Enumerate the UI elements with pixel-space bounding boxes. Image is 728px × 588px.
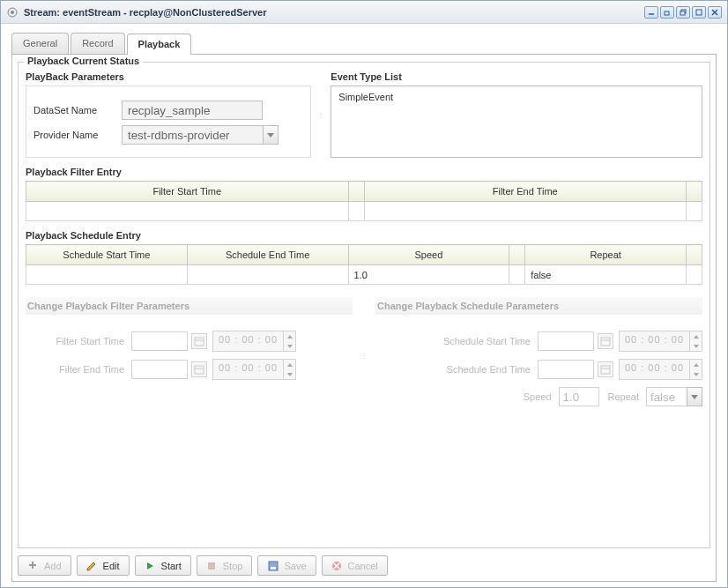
add-label: Add xyxy=(44,561,62,571)
schedule-speed-col[interactable]: Speed xyxy=(348,245,509,265)
schedule-end-time-spinner[interactable]: 00 : 00 : 00 xyxy=(619,359,702,380)
provider-label: Provider Name xyxy=(33,130,122,140)
stop-button[interactable]: Stop xyxy=(197,555,253,576)
tab-record[interactable]: Record xyxy=(71,33,124,54)
provider-input[interactable] xyxy=(122,125,263,145)
close-button[interactable] xyxy=(708,6,722,19)
schedule-cell-spacer2 xyxy=(687,265,702,285)
spin-down-button[interactable] xyxy=(690,341,702,351)
schedule-start-time-text: 00 : 00 : 00 xyxy=(620,331,689,351)
dataset-input[interactable] xyxy=(122,100,263,120)
filter-entry-grid[interactable]: Filter Start Time Filter End Time xyxy=(26,181,702,221)
filter-start-label: Filter Start Time xyxy=(26,336,131,346)
save-button[interactable]: Save xyxy=(257,555,316,576)
stop-icon xyxy=(206,560,218,571)
chevron-down-icon xyxy=(694,373,699,376)
filter-start-col[interactable]: Filter Start Time xyxy=(26,182,349,202)
filter-end-calendar-button[interactable] xyxy=(191,361,207,377)
chevron-down-icon xyxy=(287,345,293,348)
add-button[interactable]: Add xyxy=(18,555,71,576)
eventtype-list[interactable]: SimpleEvent xyxy=(331,86,702,158)
eventtype-item[interactable]: SimpleEvent xyxy=(338,92,695,102)
schedule-end-date-input[interactable] xyxy=(538,360,594,379)
calendar-icon xyxy=(600,364,611,375)
filter-end-cell[interactable] xyxy=(364,202,687,221)
minimize-button[interactable] xyxy=(644,6,658,19)
cancel-button[interactable]: Cancel xyxy=(322,555,388,576)
repeat-combo[interactable] xyxy=(646,387,702,406)
calendar-icon xyxy=(600,336,611,346)
stop-label: Stop xyxy=(223,561,243,571)
cancel-label: Cancel xyxy=(348,561,378,571)
spin-up-button[interactable] xyxy=(690,331,702,341)
eventtype-legend: Event Type List xyxy=(331,71,702,82)
playback-status-legend: Playback Current Status xyxy=(24,56,143,66)
restore-down-button[interactable] xyxy=(660,6,674,19)
schedule-end-calendar-button[interactable] xyxy=(598,361,613,377)
schedule-repeat-cell[interactable]: false xyxy=(525,265,687,285)
spin-down-button[interactable] xyxy=(284,341,295,351)
svg-rect-5 xyxy=(680,11,685,15)
schedule-speed-cell[interactable]: 1.0 xyxy=(348,265,509,285)
repeat-dropdown-button[interactable] xyxy=(687,387,702,406)
filter-end-time-spinner[interactable]: 00 : 00 : 00 xyxy=(212,359,296,380)
svg-rect-23 xyxy=(271,567,276,569)
calendar-icon xyxy=(194,336,204,346)
spin-up-button[interactable] xyxy=(690,360,702,369)
eventtype-col: Event Type List SimpleEvent xyxy=(331,71,702,158)
schedule-start-col[interactable]: Schedule Start Time xyxy=(26,245,188,265)
pencil-icon xyxy=(86,560,98,571)
play-icon xyxy=(145,560,156,571)
maximize-button[interactable] xyxy=(692,6,706,19)
filter-end-row: Filter End Time 00 : 00 : 00 xyxy=(26,359,353,380)
filter-start-calendar-button[interactable] xyxy=(191,333,207,349)
vertical-splitter[interactable]: ⋮ xyxy=(361,297,367,413)
table-row[interactable]: 1.0 false xyxy=(26,265,702,285)
schedule-speed-repeat-row: Speed Repeat xyxy=(375,387,702,406)
start-button[interactable]: Start xyxy=(135,555,191,576)
svg-marker-19 xyxy=(87,562,95,570)
window-body: General Record Playback Playback Current… xyxy=(1,24,727,587)
dataset-row: DataSet Name xyxy=(33,100,303,120)
schedule-start-calendar-button[interactable] xyxy=(598,333,613,349)
chevron-down-icon xyxy=(691,395,698,399)
spin-down-button[interactable] xyxy=(690,369,702,379)
provider-combo[interactable] xyxy=(122,125,279,145)
schedule-start-label: Schedule Start Time xyxy=(405,336,538,346)
window-buttons xyxy=(644,6,722,19)
save-icon xyxy=(267,560,279,571)
spin-down-button[interactable] xyxy=(284,369,295,379)
filter-end-col[interactable]: Filter End Time xyxy=(364,182,687,202)
schedule-start-cell[interactable] xyxy=(26,265,188,285)
filter-entry-title: Playback Filter Entry xyxy=(26,167,702,177)
schedule-repeat-col[interactable]: Repeat xyxy=(525,245,687,265)
spin-up-button[interactable] xyxy=(284,331,295,341)
edit-button[interactable]: Edit xyxy=(77,555,130,576)
playback-params-col: PlayBack Parameters DataSet Name Provide… xyxy=(26,71,311,158)
filter-cell-spacer1 xyxy=(348,202,364,221)
spin-up-button[interactable] xyxy=(284,360,295,369)
provider-row: Provider Name xyxy=(33,125,303,145)
playback-tab-content: Playback Current Status PlayBack Paramet… xyxy=(11,54,717,582)
tab-playback[interactable]: Playback xyxy=(127,33,192,55)
vertical-splitter[interactable]: ⋮ xyxy=(318,71,323,158)
edit-label: Edit xyxy=(103,561,120,571)
speed-input[interactable] xyxy=(559,387,599,406)
filter-start-cell[interactable] xyxy=(26,202,349,221)
filter-start-row: Filter Start Time 00 : 00 : 00 xyxy=(26,331,353,352)
filter-start-time-spinner[interactable]: 00 : 00 : 00 xyxy=(212,331,296,352)
tab-general[interactable]: General xyxy=(11,33,69,54)
schedule-start-time-spinner[interactable]: 00 : 00 : 00 xyxy=(619,331,702,352)
schedule-entry-grid[interactable]: Schedule Start Time Schedule End Time Sp… xyxy=(26,244,702,285)
table-row[interactable] xyxy=(26,202,702,221)
schedule-end-col[interactable]: Schedule End Time xyxy=(187,245,348,265)
schedule-end-cell[interactable] xyxy=(187,265,348,285)
filter-end-date-input[interactable] xyxy=(131,360,188,379)
svg-rect-15 xyxy=(601,366,610,374)
schedule-start-date-input[interactable] xyxy=(538,331,594,351)
filter-start-date-input[interactable] xyxy=(131,331,188,351)
svg-rect-6 xyxy=(696,10,702,15)
provider-dropdown-button[interactable] xyxy=(263,125,279,145)
repeat-input[interactable] xyxy=(646,387,687,406)
restore-up-button[interactable] xyxy=(676,6,690,19)
